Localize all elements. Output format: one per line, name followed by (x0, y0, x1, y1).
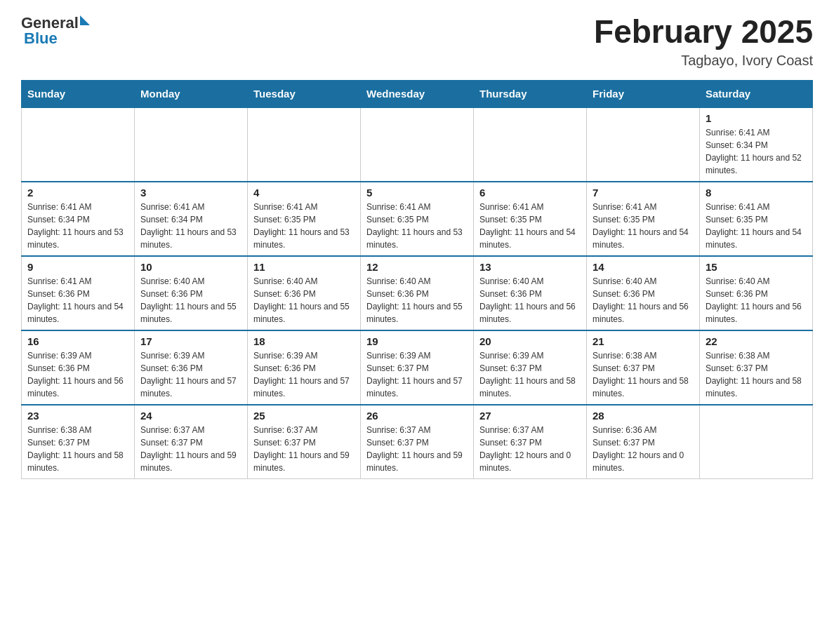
cell-sun-info: Sunrise: 6:40 AMSunset: 6:36 PMDaylight:… (593, 275, 694, 326)
cell-sun-info: Sunrise: 6:40 AMSunset: 6:36 PMDaylight:… (140, 275, 241, 326)
cell-sun-info: Sunrise: 6:39 AMSunset: 6:37 PMDaylight:… (366, 349, 468, 400)
cell-date-number: 25 (253, 410, 355, 422)
calendar-cell: 7Sunrise: 6:41 AMSunset: 6:35 PMDaylight… (587, 182, 700, 256)
cell-date-number: 28 (593, 410, 694, 422)
calendar-day-header: Saturday (700, 80, 813, 107)
cell-date-number: 11 (253, 261, 355, 273)
cell-sun-info: Sunrise: 6:37 AMSunset: 6:37 PMDaylight:… (479, 424, 581, 474)
cell-sun-info: Sunrise: 6:40 AMSunset: 6:36 PMDaylight:… (706, 275, 807, 326)
cell-date-number: 22 (706, 335, 807, 347)
calendar-cell: 9Sunrise: 6:41 AMSunset: 6:36 PMDaylight… (22, 256, 135, 330)
calendar-title: February 2025 (594, 14, 813, 50)
calendar-cell: 5Sunrise: 6:41 AMSunset: 6:35 PMDaylight… (361, 182, 474, 256)
cell-sun-info: Sunrise: 6:38 AMSunset: 6:37 PMDaylight:… (706, 349, 807, 400)
calendar-day-header: Wednesday (361, 80, 474, 107)
cell-sun-info: Sunrise: 6:41 AMSunset: 6:36 PMDaylight:… (27, 275, 128, 326)
calendar-cell (248, 107, 361, 182)
calendar-cell (474, 107, 587, 182)
cell-date-number: 2 (27, 187, 128, 199)
calendar-cell: 28Sunrise: 6:36 AMSunset: 6:37 PMDayligh… (587, 405, 700, 479)
cell-sun-info: Sunrise: 6:40 AMSunset: 6:36 PMDaylight:… (253, 275, 355, 326)
calendar-header-row: SundayMondayTuesdayWednesdayThursdayFrid… (22, 80, 813, 107)
cell-date-number: 23 (27, 410, 128, 422)
calendar-cell: 21Sunrise: 6:38 AMSunset: 6:37 PMDayligh… (587, 330, 700, 405)
cell-sun-info: Sunrise: 6:39 AMSunset: 6:37 PMDaylight:… (479, 349, 581, 400)
calendar-cell: 2Sunrise: 6:41 AMSunset: 6:34 PMDaylight… (22, 182, 135, 256)
cell-date-number: 5 (366, 187, 468, 199)
cell-sun-info: Sunrise: 6:39 AMSunset: 6:36 PMDaylight:… (140, 349, 241, 400)
cell-sun-info: Sunrise: 6:39 AMSunset: 6:36 PMDaylight:… (27, 349, 128, 400)
calendar-cell (361, 107, 474, 182)
cell-sun-info: Sunrise: 6:41 AMSunset: 6:34 PMDaylight:… (706, 126, 807, 177)
cell-date-number: 13 (479, 261, 581, 273)
calendar-cell: 13Sunrise: 6:40 AMSunset: 6:36 PMDayligh… (474, 256, 587, 330)
calendar-table: SundayMondayTuesdayWednesdayThursdayFrid… (21, 80, 813, 479)
calendar-week-row: 1Sunrise: 6:41 AMSunset: 6:34 PMDaylight… (22, 107, 813, 182)
cell-date-number: 16 (27, 335, 128, 347)
calendar-day-header: Friday (587, 80, 700, 107)
calendar-cell: 19Sunrise: 6:39 AMSunset: 6:37 PMDayligh… (361, 330, 474, 405)
cell-date-number: 27 (479, 410, 581, 422)
cell-sun-info: Sunrise: 6:39 AMSunset: 6:36 PMDaylight:… (253, 349, 355, 400)
cell-sun-info: Sunrise: 6:41 AMSunset: 6:35 PMDaylight:… (593, 201, 694, 251)
cell-sun-info: Sunrise: 6:40 AMSunset: 6:36 PMDaylight:… (366, 275, 468, 326)
cell-date-number: 7 (593, 187, 694, 199)
calendar-cell: 4Sunrise: 6:41 AMSunset: 6:35 PMDaylight… (248, 182, 361, 256)
calendar-header: SundayMondayTuesdayWednesdayThursdayFrid… (22, 80, 813, 107)
calendar-cell (135, 107, 248, 182)
calendar-day-header: Monday (135, 80, 248, 107)
cell-sun-info: Sunrise: 6:38 AMSunset: 6:37 PMDaylight:… (593, 349, 694, 400)
cell-date-number: 10 (140, 261, 241, 273)
calendar-week-row: 9Sunrise: 6:41 AMSunset: 6:36 PMDaylight… (22, 256, 813, 330)
calendar-cell: 6Sunrise: 6:41 AMSunset: 6:35 PMDaylight… (474, 182, 587, 256)
calendar-cell: 14Sunrise: 6:40 AMSunset: 6:36 PMDayligh… (587, 256, 700, 330)
cell-sun-info: Sunrise: 6:37 AMSunset: 6:37 PMDaylight:… (366, 424, 468, 474)
cell-sun-info: Sunrise: 6:37 AMSunset: 6:37 PMDaylight:… (253, 424, 355, 474)
cell-sun-info: Sunrise: 6:36 AMSunset: 6:37 PMDaylight:… (593, 424, 694, 474)
cell-date-number: 12 (366, 261, 468, 273)
calendar-cell: 8Sunrise: 6:41 AMSunset: 6:35 PMDaylight… (700, 182, 813, 256)
page-header: General Blue February 2025 Tagbayo, Ivor… (21, 14, 813, 69)
calendar-week-row: 16Sunrise: 6:39 AMSunset: 6:36 PMDayligh… (22, 330, 813, 405)
cell-sun-info: Sunrise: 6:41 AMSunset: 6:35 PMDaylight:… (479, 201, 581, 251)
cell-sun-info: Sunrise: 6:37 AMSunset: 6:37 PMDaylight:… (140, 424, 241, 474)
calendar-day-header: Tuesday (248, 80, 361, 107)
calendar-cell: 17Sunrise: 6:39 AMSunset: 6:36 PMDayligh… (135, 330, 248, 405)
cell-sun-info: Sunrise: 6:41 AMSunset: 6:35 PMDaylight:… (706, 201, 807, 251)
cell-sun-info: Sunrise: 6:41 AMSunset: 6:34 PMDaylight:… (140, 201, 241, 251)
calendar-title-block: February 2025 Tagbayo, Ivory Coast (594, 14, 813, 69)
calendar-day-header: Thursday (474, 80, 587, 107)
cell-date-number: 24 (140, 410, 241, 422)
calendar-body: 1Sunrise: 6:41 AMSunset: 6:34 PMDaylight… (22, 107, 813, 479)
cell-date-number: 4 (253, 187, 355, 199)
calendar-cell (22, 107, 135, 182)
calendar-cell: 16Sunrise: 6:39 AMSunset: 6:36 PMDayligh… (22, 330, 135, 405)
calendar-cell: 10Sunrise: 6:40 AMSunset: 6:36 PMDayligh… (135, 256, 248, 330)
cell-date-number: 1 (706, 112, 807, 124)
calendar-week-row: 23Sunrise: 6:38 AMSunset: 6:37 PMDayligh… (22, 405, 813, 479)
calendar-cell: 22Sunrise: 6:38 AMSunset: 6:37 PMDayligh… (700, 330, 813, 405)
cell-date-number: 26 (366, 410, 468, 422)
cell-date-number: 15 (706, 261, 807, 273)
calendar-cell: 15Sunrise: 6:40 AMSunset: 6:36 PMDayligh… (700, 256, 813, 330)
calendar-cell (587, 107, 700, 182)
calendar-day-header: Sunday (22, 80, 135, 107)
calendar-cell: 12Sunrise: 6:40 AMSunset: 6:36 PMDayligh… (361, 256, 474, 330)
cell-sun-info: Sunrise: 6:41 AMSunset: 6:35 PMDaylight:… (366, 201, 468, 251)
calendar-cell: 3Sunrise: 6:41 AMSunset: 6:34 PMDaylight… (135, 182, 248, 256)
logo-blue-text: Blue (24, 29, 90, 48)
cell-date-number: 20 (479, 335, 581, 347)
logo-triangle-icon (80, 15, 90, 25)
calendar-cell: 11Sunrise: 6:40 AMSunset: 6:36 PMDayligh… (248, 256, 361, 330)
calendar-cell: 1Sunrise: 6:41 AMSunset: 6:34 PMDaylight… (700, 107, 813, 182)
logo: General Blue (21, 14, 90, 48)
calendar-cell: 23Sunrise: 6:38 AMSunset: 6:37 PMDayligh… (22, 405, 135, 479)
cell-sun-info: Sunrise: 6:41 AMSunset: 6:35 PMDaylight:… (253, 201, 355, 251)
calendar-cell: 24Sunrise: 6:37 AMSunset: 6:37 PMDayligh… (135, 405, 248, 479)
calendar-cell (700, 405, 813, 479)
cell-date-number: 17 (140, 335, 241, 347)
calendar-cell: 26Sunrise: 6:37 AMSunset: 6:37 PMDayligh… (361, 405, 474, 479)
calendar-cell: 25Sunrise: 6:37 AMSunset: 6:37 PMDayligh… (248, 405, 361, 479)
calendar-subtitle: Tagbayo, Ivory Coast (594, 53, 813, 69)
cell-sun-info: Sunrise: 6:40 AMSunset: 6:36 PMDaylight:… (479, 275, 581, 326)
